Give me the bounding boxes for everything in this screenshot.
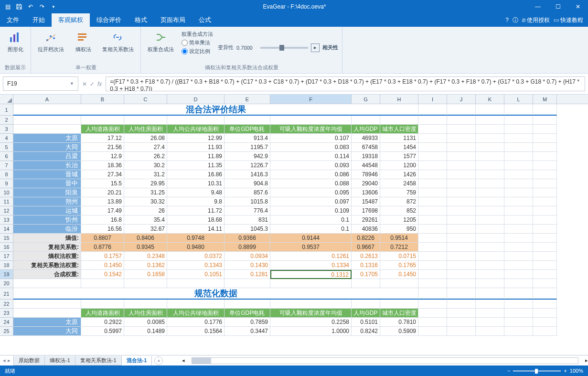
- cell[interactable]: [533, 197, 557, 206]
- cell[interactable]: 0.5997: [81, 327, 124, 336]
- cell[interactable]: [447, 134, 476, 143]
- cell[interactable]: [476, 197, 504, 206]
- cell[interactable]: 18.68: [167, 215, 225, 225]
- cell[interactable]: [447, 116, 476, 125]
- cell[interactable]: 0.1: [270, 215, 352, 225]
- cell[interactable]: [225, 116, 270, 125]
- cell[interactable]: 26.2: [124, 152, 167, 161]
- cell[interactable]: 942.9: [225, 152, 270, 161]
- cell[interactable]: 太原: [13, 134, 81, 143]
- cell[interactable]: [13, 300, 81, 309]
- cell[interactable]: 0.1489: [124, 327, 167, 336]
- row-header[interactable]: 24: [0, 318, 13, 327]
- cell[interactable]: [270, 116, 352, 125]
- cell[interactable]: 30.32: [124, 197, 167, 206]
- row-header[interactable]: 14: [0, 225, 13, 234]
- cell[interactable]: 27.4: [124, 143, 167, 152]
- cell[interactable]: 运城: [13, 206, 81, 215]
- cell[interactable]: 872: [380, 197, 418, 206]
- row-header[interactable]: 22: [0, 300, 13, 309]
- cell[interactable]: 0.2348: [124, 252, 167, 261]
- cell[interactable]: [504, 288, 533, 300]
- cell[interactable]: [380, 116, 418, 125]
- tab-objective-weight[interactable]: 客观赋权: [52, 13, 90, 27]
- cell[interactable]: 17.49: [81, 206, 124, 215]
- cell[interactable]: 0.8406: [124, 234, 167, 243]
- cell[interactable]: [418, 309, 447, 318]
- maximize-icon[interactable]: ☐: [548, 0, 568, 13]
- tab-nav-last-icon[interactable]: ▸: [8, 357, 11, 364]
- cell[interactable]: [504, 161, 533, 170]
- cell[interactable]: [418, 152, 447, 161]
- cell[interactable]: [418, 279, 447, 288]
- cell[interactable]: 人均道路面积: [81, 309, 124, 318]
- cell[interactable]: 大同: [13, 327, 81, 336]
- cell[interactable]: 城市人口密度: [380, 309, 418, 318]
- cell[interactable]: 9.48: [167, 188, 225, 197]
- cell[interactable]: [418, 179, 447, 188]
- cell[interactable]: 城市人口密度: [380, 125, 418, 134]
- cancel-formula-icon[interactable]: ✕: [82, 81, 87, 87]
- row-header[interactable]: 8: [0, 170, 13, 179]
- cell[interactable]: 904.8: [225, 179, 270, 188]
- cell[interactable]: [533, 318, 557, 327]
- cell[interactable]: 1454: [380, 143, 418, 152]
- cell[interactable]: [447, 288, 476, 300]
- sheet-tab[interactable]: 熵权法-1: [44, 356, 75, 365]
- row-header[interactable]: 9: [0, 179, 13, 188]
- cell[interactable]: [418, 270, 447, 279]
- cell[interactable]: 857.6: [225, 188, 270, 197]
- cell[interactable]: [504, 261, 533, 270]
- cell[interactable]: 950: [380, 225, 418, 234]
- cell[interactable]: [533, 225, 557, 234]
- cell[interactable]: 可吸入颗粒度浓度年均值: [270, 125, 352, 134]
- cell[interactable]: 人均GDP: [352, 125, 380, 134]
- cell[interactable]: 0.9748: [167, 234, 225, 243]
- cell[interactable]: 11.93: [167, 143, 225, 152]
- cell[interactable]: 0.9345: [124, 243, 167, 252]
- cell[interactable]: [447, 215, 476, 225]
- correlation-button[interactable]: 复相关系数法: [99, 29, 137, 55]
- col-header[interactable]: C: [124, 95, 167, 104]
- cell[interactable]: [81, 300, 124, 309]
- cell[interactable]: 9.8: [167, 197, 225, 206]
- cell[interactable]: 0.1450: [380, 270, 418, 279]
- cell[interactable]: 29.95: [124, 179, 167, 188]
- cell[interactable]: [447, 104, 476, 116]
- row-header[interactable]: 2: [0, 116, 13, 125]
- accept-formula-icon[interactable]: ✓: [90, 81, 95, 87]
- cell[interactable]: 长治: [13, 161, 81, 170]
- cell[interactable]: [13, 116, 81, 125]
- cell[interactable]: [447, 152, 476, 161]
- cell[interactable]: [504, 134, 533, 143]
- section-title[interactable]: 规范化数据: [13, 288, 418, 300]
- cell[interactable]: 0.1757: [81, 252, 124, 261]
- cell[interactable]: 0.1334: [270, 261, 352, 270]
- cell[interactable]: 0.088: [270, 179, 352, 188]
- cell[interactable]: [447, 225, 476, 234]
- close-icon[interactable]: ✕: [568, 0, 588, 13]
- cell[interactable]: 可吸入颗粒度浓度年均值: [270, 309, 352, 318]
- formula-input[interactable]: =(F17 * 0.3 + F18 * 0.7) / ((B17 * 0.3 +…: [106, 76, 585, 91]
- zoom-out-icon[interactable]: −: [507, 368, 510, 374]
- cell[interactable]: [533, 143, 557, 152]
- cell[interactable]: 0.1564: [167, 327, 225, 336]
- cell[interactable]: 26: [124, 206, 167, 215]
- cell[interactable]: 0.2258: [270, 318, 352, 327]
- cell[interactable]: [447, 279, 476, 288]
- cell[interactable]: [476, 300, 504, 309]
- cell[interactable]: 13.89: [81, 197, 124, 206]
- cell[interactable]: [533, 170, 557, 179]
- cell[interactable]: [124, 279, 167, 288]
- cell[interactable]: [476, 279, 504, 288]
- cell[interactable]: [476, 206, 504, 215]
- cell[interactable]: 0.8226: [352, 234, 380, 243]
- cell[interactable]: 1131: [380, 134, 418, 143]
- cell[interactable]: 2458: [380, 179, 418, 188]
- cell[interactable]: 11.72: [167, 206, 225, 215]
- cell[interactable]: [13, 309, 81, 318]
- cell[interactable]: [447, 309, 476, 318]
- cell[interactable]: [533, 270, 557, 279]
- synthesis-button[interactable]: 权重合成法: [145, 29, 177, 55]
- cell[interactable]: [533, 116, 557, 125]
